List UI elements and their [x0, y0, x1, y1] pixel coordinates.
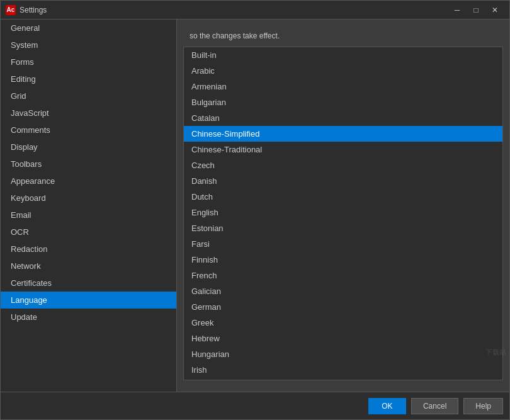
sidebar-item-email[interactable]: Email: [1, 207, 176, 224]
sidebar-item-grid[interactable]: Grid: [1, 88, 176, 105]
close-button[interactable]: ✕: [485, 1, 504, 20]
settings-window: Ac Settings ─ □ ✕ GeneralSystemFormsEdit…: [0, 0, 510, 420]
cancel-button[interactable]: Cancel: [411, 398, 458, 414]
sidebar-item-appearance[interactable]: Appearance: [1, 173, 176, 190]
sidebar-item-keyboard[interactable]: Keyboard: [1, 190, 176, 207]
language-item-hebrew[interactable]: Hebrew: [184, 331, 502, 346]
language-item-german[interactable]: German: [184, 299, 502, 315]
language-item-arabic[interactable]: Arabic: [184, 63, 502, 79]
sidebar-item-network[interactable]: Network: [1, 258, 176, 275]
sidebar-item-language[interactable]: Language: [1, 292, 176, 309]
language-item-farsi[interactable]: Farsi: [184, 236, 502, 252]
sidebar-item-general[interactable]: General: [1, 20, 176, 37]
dialog-footer: OK Cancel Help: [1, 392, 509, 419]
titlebar: Ac Settings ─ □ ✕: [1, 1, 509, 20]
window-controls: ─ □ ✕: [448, 1, 504, 20]
sidebar-item-update[interactable]: Update: [1, 309, 176, 326]
help-button[interactable]: Help: [463, 398, 503, 414]
main-content-area: GeneralSystemFormsEditingGridJavaScriptC…: [1, 20, 509, 392]
language-item-finnish[interactable]: Finnish: [184, 252, 502, 268]
language-item-dutch[interactable]: Dutch: [184, 189, 502, 205]
ok-button[interactable]: OK: [368, 398, 406, 414]
language-item-catalan[interactable]: Catalan: [184, 110, 502, 126]
language-item-bulgarian[interactable]: Bulgarian: [184, 94, 502, 110]
language-item-estonian[interactable]: Estonian: [184, 220, 502, 236]
sidebar-item-display[interactable]: Display: [1, 139, 176, 156]
maximize-button[interactable]: □: [467, 1, 485, 20]
language-item-chinese-simplified[interactable]: Chinese-Simplified: [184, 126, 502, 142]
language-settings-content: so the changes take effect. Built-inArab…: [177, 20, 509, 392]
sidebar-item-certificates[interactable]: Certificates: [1, 275, 176, 292]
language-item-irish[interactable]: Irish: [184, 362, 502, 378]
language-item-french[interactable]: French: [184, 268, 502, 283]
sidebar-item-system[interactable]: System: [1, 37, 176, 54]
sidebar-item-ocr[interactable]: OCR: [1, 224, 176, 241]
app-icon: Ac: [6, 5, 16, 15]
sidebar-item-editing[interactable]: Editing: [1, 71, 176, 88]
language-item-chinese-traditional[interactable]: Chinese-Traditional: [184, 142, 502, 157]
language-item-armenian[interactable]: Armenian: [184, 79, 502, 94]
language-item-hungarian[interactable]: Hungarian: [184, 346, 502, 362]
sidebar-item-redaction[interactable]: Redaction: [1, 241, 176, 258]
minimize-button[interactable]: ─: [448, 1, 467, 20]
sidebar-item-javascript[interactable]: JavaScript: [1, 105, 176, 122]
language-item-danish[interactable]: Danish: [184, 173, 502, 189]
language-item-english[interactable]: English: [184, 205, 502, 220]
language-item-builtin[interactable]: Built-in: [184, 47, 502, 63]
info-text: so the changes take effect.: [183, 26, 503, 47]
language-list[interactable]: Built-inArabicArmenianBulgarianCatalanCh…: [183, 47, 503, 380]
window-title: Settings: [20, 6, 448, 14]
language-item-galician[interactable]: Galician: [184, 283, 502, 299]
language-item-czech[interactable]: Czech: [184, 157, 502, 173]
sidebar: GeneralSystemFormsEditingGridJavaScriptC…: [1, 20, 177, 392]
main-panel: so the changes take effect. Built-inArab…: [177, 20, 509, 392]
sidebar-item-comments[interactable]: Comments: [1, 122, 176, 139]
sidebar-item-toolbars[interactable]: Toolbars: [1, 156, 176, 173]
language-dropdown-container: Built-inArabicArmenianBulgarianCatalanCh…: [183, 47, 503, 385]
sidebar-item-forms[interactable]: Forms: [1, 54, 176, 71]
language-item-greek[interactable]: Greek: [184, 315, 502, 331]
language-item-italian[interactable]: Italian: [184, 378, 502, 380]
